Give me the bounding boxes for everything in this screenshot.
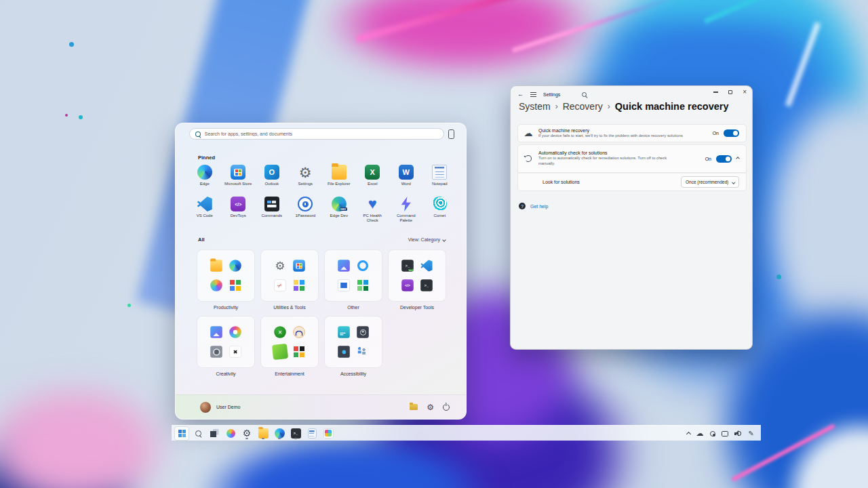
breadcrumb-recovery[interactable]: Recovery bbox=[563, 101, 603, 112]
category-entertainment[interactable]: Entertainment bbox=[260, 316, 319, 376]
excel-icon bbox=[365, 165, 380, 180]
copilot-icon bbox=[210, 279, 222, 291]
pinned-app-microsoft-store[interactable]: Microsoft Store bbox=[222, 165, 256, 197]
system-tray bbox=[687, 426, 754, 441]
menu-icon[interactable] bbox=[530, 92, 536, 97]
pinned-app-file-explorer[interactable]: File Explorer bbox=[322, 165, 356, 197]
pinned-app-edge-dev[interactable]: Edge Dev bbox=[322, 197, 356, 228]
pinned-app-label: Edge Dev bbox=[330, 214, 348, 218]
edge-icon bbox=[275, 428, 285, 439]
quick-machine-recovery-toggle[interactable] bbox=[724, 129, 739, 137]
taskbar-search-button[interactable] bbox=[191, 427, 205, 440]
pinned-app-notepad[interactable]: Notepad bbox=[423, 165, 457, 197]
update-status-icon[interactable] bbox=[710, 431, 715, 436]
view-category-selector[interactable]: View: Category bbox=[408, 237, 446, 242]
task-view-icon bbox=[210, 429, 219, 438]
dropdown-value: Once (recommended) bbox=[686, 180, 728, 184]
snipping-tool-icon bbox=[274, 279, 286, 291]
copilot-button[interactable] bbox=[224, 427, 237, 440]
search-icon bbox=[195, 430, 201, 436]
settings-gear-icon[interactable] bbox=[427, 403, 434, 411]
pinned-app-label: VS Code bbox=[197, 214, 213, 218]
folders-icon[interactable] bbox=[410, 404, 418, 410]
power-icon[interactable] bbox=[443, 404, 450, 411]
user-avatar[interactable] bbox=[200, 402, 211, 413]
display-icon[interactable] bbox=[722, 431, 728, 436]
pinned-app-devtoys[interactable]: DevToys bbox=[222, 197, 256, 228]
start-search-box[interactable] bbox=[189, 128, 444, 140]
category-label: Productivity bbox=[214, 305, 238, 310]
taskbar-terminal-button[interactable] bbox=[289, 427, 302, 440]
wallpaper-shape bbox=[0, 373, 183, 488]
breadcrumb-system[interactable]: System bbox=[519, 101, 551, 112]
close-icon[interactable]: × bbox=[743, 89, 747, 96]
pinned-app-commands[interactable]: Commands bbox=[255, 197, 289, 228]
sync-icon bbox=[525, 155, 532, 162]
file-explorer-icon bbox=[332, 165, 347, 180]
hidden-icons-chevron[interactable] bbox=[686, 432, 691, 436]
wallpaper-shape bbox=[776, 274, 781, 279]
windows-logo-icon bbox=[178, 430, 186, 437]
devtoys-icon bbox=[231, 197, 245, 211]
pinned-app-label: 1Password bbox=[295, 214, 315, 218]
back-icon[interactable]: ← bbox=[517, 91, 524, 98]
category-productivity[interactable]: Productivity bbox=[197, 249, 255, 310]
maximize-icon[interactable] bbox=[728, 90, 732, 94]
start-menu-footer: User Demo bbox=[176, 394, 466, 419]
search-icon[interactable] bbox=[582, 92, 587, 97]
category-developer-tools[interactable]: Developer Tools bbox=[388, 249, 446, 310]
pinned-app-command-palette[interactable]: Command Palette bbox=[389, 197, 423, 228]
taskbar-file-explorer-button[interactable] bbox=[256, 427, 270, 440]
category-utilities-tools[interactable]: Utilities & Tools bbox=[260, 249, 319, 310]
category-accessibility[interactable]: Accessibility bbox=[324, 316, 382, 376]
category-other[interactable]: Other bbox=[324, 249, 382, 310]
chevron-up-icon[interactable] bbox=[736, 157, 740, 161]
file-explorer-icon bbox=[210, 260, 222, 272]
category-tile bbox=[388, 249, 446, 302]
category-creativity[interactable]: Creativity bbox=[197, 316, 255, 376]
look-for-solutions-row: Look for solutions Once (recommended) bbox=[517, 173, 747, 191]
get-help-link[interactable]: Get help bbox=[530, 204, 548, 209]
pinned-app-comet[interactable]: Comet bbox=[423, 197, 457, 228]
taskbar-photos-button[interactable] bbox=[321, 427, 335, 440]
category-label: Accessibility bbox=[340, 371, 366, 376]
pinned-app-excel[interactable]: Excel bbox=[356, 165, 390, 197]
task-view-button[interactable] bbox=[208, 427, 221, 440]
taskbar-edge-button[interactable] bbox=[273, 427, 286, 440]
taskbar-settings-button[interactable] bbox=[240, 427, 254, 440]
terminal-icon bbox=[420, 279, 433, 291]
toggle-state-label: On bbox=[713, 131, 719, 136]
pinned-app-label: Comet bbox=[433, 214, 446, 218]
pinned-app-1password[interactable]: 1Password bbox=[289, 197, 323, 228]
minimize-icon[interactable] bbox=[713, 92, 718, 92]
auto-check-solutions-toggle[interactable] bbox=[716, 155, 732, 163]
taskbar-notepad-button[interactable] bbox=[305, 427, 319, 440]
pen-icon[interactable] bbox=[749, 430, 754, 437]
category-tile bbox=[324, 316, 382, 368]
start-button[interactable] bbox=[175, 427, 189, 440]
pinned-app-vscode[interactable]: VS Code bbox=[188, 197, 222, 228]
wallpaper-shape bbox=[79, 115, 83, 119]
magnifier-icon bbox=[357, 326, 369, 338]
app-cluster-icon bbox=[357, 280, 368, 291]
volume-icon[interactable] bbox=[734, 430, 743, 437]
pinned-app-settings[interactable]: Settings bbox=[289, 165, 323, 197]
audacity-icon bbox=[293, 326, 305, 338]
narrator-icon bbox=[338, 346, 350, 358]
pinned-app-outlook[interactable]: Outlook bbox=[255, 165, 289, 197]
phone-link-icon[interactable] bbox=[448, 129, 454, 139]
pinned-app-word[interactable]: Word bbox=[389, 165, 423, 197]
category-tile bbox=[324, 249, 382, 302]
app-cluster-icon bbox=[294, 280, 304, 291]
onedrive-icon[interactable] bbox=[696, 430, 704, 437]
xbox-icon bbox=[274, 326, 286, 338]
card-subtitle: If your device fails to start, we'll try… bbox=[538, 134, 708, 139]
look-for-solutions-dropdown[interactable]: Once (recommended) bbox=[681, 176, 739, 188]
toggle-state-label: On bbox=[705, 157, 711, 161]
taskbar-apps bbox=[175, 427, 335, 440]
user-name: User Demo bbox=[216, 405, 240, 409]
search-input[interactable] bbox=[205, 131, 438, 136]
pinned-app-edge[interactable]: Edge bbox=[188, 165, 222, 197]
pinned-section-label: Pinned bbox=[198, 155, 215, 161]
pinned-app-pc-health-check[interactable]: PC Health Check bbox=[356, 197, 390, 228]
